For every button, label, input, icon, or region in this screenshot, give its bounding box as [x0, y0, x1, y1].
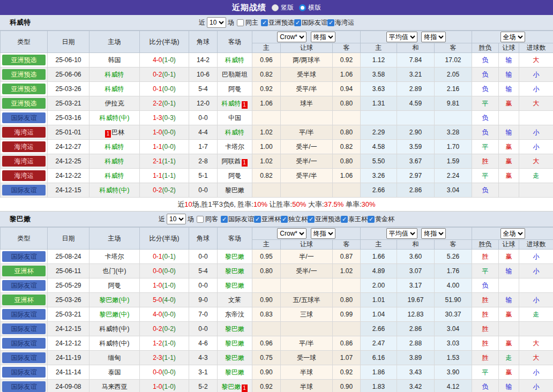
team-name-link[interactable]: 科威特(中) [100, 186, 130, 194]
lebanon-match-count-select[interactable]: 10 [167, 214, 186, 224]
odds-group-header: Crow* 终指 [252, 31, 361, 43]
odds-away-cell [333, 111, 361, 125]
team-name-link[interactable]: 巴勒斯坦 [222, 71, 248, 78]
odds-source-select[interactable]: Crow* [277, 228, 307, 239]
half-time-score: (1-1) [162, 354, 176, 361]
team-name-link[interactable]: 黎巴嫩 [225, 186, 244, 194]
team-name-link[interactable]: 黎巴嫩 [225, 325, 244, 333]
team-name-link[interactable]: 科威特 [105, 143, 124, 150]
score-cell: 0-0(0-0) [140, 264, 189, 278]
layout-radio-horizontal[interactable]: 横版 [299, 3, 321, 12]
kuwait-same-home-checkbox[interactable]: 同主 [237, 18, 258, 27]
result-goals-cell: 小 [519, 140, 553, 154]
team-name-link[interactable]: 科威特(中) [100, 325, 130, 333]
competition-filter-checkbox[interactable]: ✓国际友谊 [221, 215, 254, 224]
date-cell: 25-06-10 [48, 53, 89, 67]
result-text: 赢 [506, 143, 512, 150]
team-name-link[interactable]: 泰国 [108, 368, 121, 376]
odds-handicap-cell: 五/五球半 [281, 293, 333, 307]
avg-home-cell: 2.66 [361, 183, 397, 198]
team-name-link[interactable]: 科威特 [222, 100, 241, 107]
avg-draw-cell: 3.07 [397, 264, 435, 278]
away-team-cell: 科威特1 [218, 96, 252, 111]
half-time-score: (0-1) [162, 253, 176, 260]
date-cell: 25-06-06 [48, 67, 89, 82]
col-type: 类型 [1, 228, 48, 250]
team-name-link[interactable]: 科威特 [225, 56, 244, 64]
competition-type-badge: 海湾运 [2, 156, 46, 167]
team-name-link[interactable]: 中国 [228, 114, 241, 122]
avg-time-select[interactable]: 终指 [421, 228, 446, 239]
team-name-link[interactable]: 卡塔尔 [105, 253, 124, 260]
layout-radio-vertical[interactable]: 竖版 [272, 3, 294, 12]
team-name-link[interactable]: 也门(中) [103, 267, 126, 275]
avg-home-cell: 1.66 [361, 250, 397, 264]
team-name-link[interactable]: 阿联酋 [222, 157, 241, 165]
kuwait-match-count-select[interactable]: 10 [207, 17, 226, 28]
avg-draw-cell: 2.97 [397, 169, 435, 183]
score-cell: 4-0(1-0) [140, 53, 189, 67]
competition-filter-checkbox[interactable]: ✓海湾运 [327, 18, 354, 27]
team-name-link[interactable]: 黎巴嫩 [225, 354, 244, 361]
col-result-goals: 进球数 [519, 240, 553, 250]
odds-time-select[interactable]: 终指 [311, 228, 335, 239]
lebanon-same-away-checkbox[interactable]: 同客 [197, 215, 218, 224]
result-text: 平 [482, 368, 489, 376]
score-cell: 1-1(1-1) [140, 169, 189, 183]
odds-handicap-cell: 平/半 [281, 125, 333, 140]
result-handicap-cell [499, 278, 519, 293]
full-time-score: 0-2 [153, 71, 162, 78]
home-team-cell: 卡塔尔 [89, 250, 140, 264]
team-name-link[interactable]: 韩国 [108, 56, 121, 64]
team-name-link[interactable]: 黎巴嫩(中) [100, 296, 130, 304]
competition-filter-checkbox[interactable]: ✓亚洲杯 [254, 215, 281, 224]
competition-type-badge: 国际友谊 [2, 381, 46, 392]
team-name-link[interactable]: 科威特 [105, 71, 124, 78]
competition-filter-checkbox[interactable]: ✓独立杯 [281, 215, 308, 224]
team-name-link[interactable]: 黎巴嫩 [225, 340, 244, 347]
team-name-link[interactable]: 黎巴嫩(中) [100, 311, 130, 318]
team-name-link[interactable]: 阿曼 [228, 85, 241, 93]
away-team-cell: 东帝汶 [218, 307, 252, 322]
odds-time-select[interactable]: 终指 [311, 32, 335, 42]
avg-source-select[interactable]: 平均值 [386, 228, 417, 239]
team-name-link[interactable]: 卡塔尔 [225, 143, 244, 150]
team-name-link[interactable]: 科威特(中) [100, 340, 130, 347]
team-name-link[interactable]: 伊拉克 [105, 100, 124, 107]
competition-filter-checkbox[interactable]: ✓泰王杯 [341, 215, 368, 224]
result-goals-cell [519, 322, 553, 336]
team-name-link[interactable]: 黎巴嫩 [225, 282, 244, 289]
competition-filter-checkbox[interactable]: ✓亚洲预选 [261, 18, 294, 27]
competition-filter-checkbox[interactable]: ✓黄金杯 [368, 215, 394, 224]
team-name-link[interactable]: 黎巴嫩 [225, 253, 244, 260]
avg-draw-cell: 3.89 [397, 351, 435, 365]
team-name-link[interactable]: 科威特 [105, 172, 124, 179]
team-name-link[interactable]: 马来西亚 [102, 383, 128, 390]
competition-type-badge: 亚洲杯 [2, 295, 46, 305]
score-cell: 0-2(0-2) [140, 183, 189, 198]
team-name-link[interactable]: 阿曼 [108, 282, 121, 289]
team-name-link[interactable]: 巴林 [111, 129, 124, 136]
team-name-link[interactable]: 黎巴嫩 [225, 267, 244, 275]
result-text: 胜 [482, 354, 489, 361]
team-name-link[interactable]: 黎巴嫩 [225, 368, 244, 376]
col-avg-draw: 和 [397, 240, 435, 250]
odds-source-select[interactable]: Crow* [277, 32, 307, 42]
team-name-link[interactable]: 科威特 [105, 85, 124, 93]
team-name-link[interactable]: 黎巴嫩 [222, 383, 241, 390]
team-name-link[interactable]: 东帝汶 [225, 311, 244, 318]
result-scope-select[interactable]: 全场 [500, 228, 525, 239]
avg-source-select[interactable]: 平均值 [386, 32, 417, 42]
team-name-link[interactable]: 阿曼 [228, 172, 241, 179]
competition-filter-checkbox[interactable]: ✓亚洲预选 [308, 215, 341, 224]
result-scope-select[interactable]: 全场 [500, 32, 525, 42]
team-name-link[interactable]: 科威特(中) [100, 114, 130, 122]
competition-filter-checkbox[interactable]: ✓国际友谊 [294, 18, 327, 27]
team-name-link[interactable]: 缅甸 [108, 354, 121, 361]
avg-home-cell: 2.66 [361, 322, 397, 336]
team-name-link[interactable]: 文莱 [228, 296, 241, 304]
team-name-link[interactable]: 科威特 [105, 157, 124, 165]
corner-cell: 12-0 [189, 96, 218, 111]
avg-time-select[interactable]: 终指 [421, 32, 446, 42]
team-name-link[interactable]: 科威特 [225, 129, 244, 136]
